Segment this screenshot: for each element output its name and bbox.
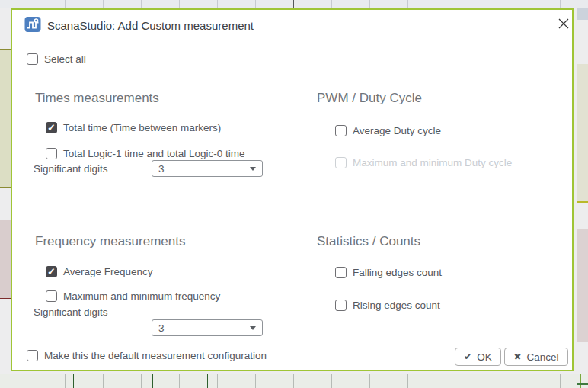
check-icon: ✔	[464, 351, 471, 362]
select-all-checkbox[interactable]	[27, 53, 38, 65]
timeline-ruler	[0, 0, 588, 8]
chevron-down-icon	[250, 167, 256, 171]
waveform-grid	[0, 374, 588, 388]
minmax-duty-cycle-checkbox	[335, 157, 347, 168]
section-title-times: Times measurements	[35, 91, 159, 106]
minmax-duty-cycle-row: Maximum and minimum Duty cycle	[335, 157, 512, 168]
section-title-statistics: Statistics / Counts	[317, 234, 420, 249]
times-significant-digits-label: Significant digits	[34, 163, 108, 175]
total-logic-time-row[interactable]: Total Logic-1 time and total Logic-0 tim…	[46, 148, 245, 159]
close-icon[interactable]	[558, 18, 570, 30]
timeline-cursor	[293, 0, 294, 8]
falling-edges-row[interactable]: Falling edges count	[335, 267, 442, 278]
x-icon: ✖	[513, 351, 521, 362]
rising-edges-row[interactable]: Rising edges count	[335, 300, 440, 311]
total-time-row[interactable]: Total time (Time between markers)	[46, 122, 221, 133]
falling-edges-checkbox[interactable]	[335, 267, 347, 278]
channel-band-olive	[0, 49, 11, 188]
times-significant-digits-select[interactable]: 3	[152, 160, 263, 177]
select-all-label: Select all	[44, 53, 86, 65]
scanastudio-logo-icon	[24, 16, 41, 33]
default-config-row[interactable]: Make this the default measurement config…	[27, 350, 267, 361]
ok-button[interactable]: ✔ OK	[455, 348, 501, 366]
default-config-checkbox[interactable]	[27, 350, 38, 361]
average-duty-cycle-row[interactable]: Average Duty cycle	[335, 125, 441, 136]
average-frequency-row[interactable]: Average Frequency	[46, 266, 153, 277]
total-logic-time-checkbox[interactable]	[46, 148, 57, 159]
add-custom-measurement-dialog: ScanaStudio: Add Custom measurement Sele…	[11, 8, 574, 371]
channel-band-maroon	[0, 220, 11, 299]
frequency-significant-digits-label: Significant digits	[34, 306, 108, 318]
section-title-pwm: PWM / Duty Cycle	[317, 91, 422, 106]
cancel-button[interactable]: ✖ Cancel	[504, 348, 568, 366]
select-all-row[interactable]: Select all	[27, 53, 86, 65]
rising-edges-checkbox[interactable]	[335, 300, 347, 311]
minmax-frequency-row[interactable]: Maximum and minimum frequency	[46, 290, 220, 302]
minmax-frequency-checkbox[interactable]	[46, 290, 57, 302]
total-time-checkbox[interactable]	[46, 122, 57, 133]
chevron-down-icon	[250, 326, 256, 330]
section-title-frequency: Frequency measurements	[35, 234, 185, 249]
average-frequency-checkbox[interactable]	[46, 266, 57, 277]
frequency-significant-digits-select[interactable]: 3	[152, 319, 263, 336]
dialog-title: ScanaStudio: Add Custom measurement	[47, 19, 254, 32]
average-duty-cycle-checkbox[interactable]	[335, 125, 347, 136]
